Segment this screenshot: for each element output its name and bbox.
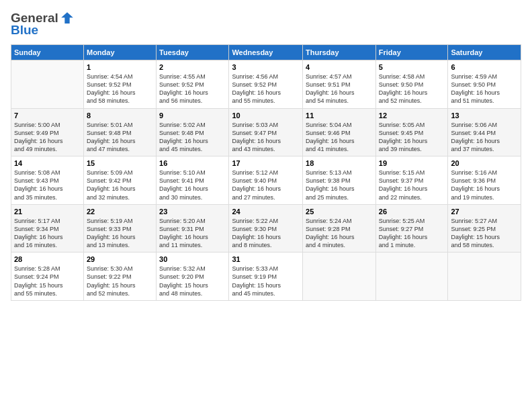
- day-detail: Sunrise: 5:30 AM Sunset: 9:22 PM Dayligh…: [87, 265, 153, 298]
- day-number: 31: [232, 255, 300, 263]
- day-cell: 8Sunrise: 5:01 AM Sunset: 9:48 PM Daylig…: [83, 108, 156, 156]
- day-number: 26: [379, 208, 445, 216]
- svg-marker-0: [61, 12, 73, 24]
- day-detail: Sunrise: 5:15 AM Sunset: 9:37 PM Dayligh…: [379, 169, 445, 201]
- day-number: 20: [451, 159, 518, 167]
- week-row-3: 14Sunrise: 5:08 AM Sunset: 9:43 PM Dayli…: [11, 156, 521, 205]
- day-number: 1: [87, 63, 153, 71]
- day-detail: Sunrise: 5:01 AM Sunset: 9:48 PM Dayligh…: [87, 121, 153, 154]
- day-detail: Sunrise: 5:08 AM Sunset: 9:43 PM Dayligh…: [14, 169, 81, 201]
- day-detail: Sunrise: 5:25 AM Sunset: 9:27 PM Dayligh…: [379, 217, 445, 250]
- day-detail: Sunrise: 5:09 AM Sunset: 9:42 PM Dayligh…: [87, 169, 153, 201]
- day-number: 9: [159, 111, 226, 120]
- col-header-sunday: Sunday: [11, 45, 84, 60]
- day-cell: 26Sunrise: 5:25 AM Sunset: 9:27 PM Dayli…: [375, 204, 448, 253]
- day-cell: 10Sunrise: 5:03 AM Sunset: 9:47 PM Dayli…: [229, 108, 303, 156]
- week-row-2: 7Sunrise: 5:00 AM Sunset: 9:49 PM Daylig…: [11, 108, 521, 156]
- day-detail: Sunrise: 5:16 AM Sunset: 9:36 PM Dayligh…: [451, 169, 518, 201]
- day-number: 10: [232, 111, 300, 120]
- day-detail: Sunrise: 4:58 AM Sunset: 9:50 PM Dayligh…: [379, 73, 445, 105]
- day-number: 7: [14, 111, 81, 120]
- day-detail: Sunrise: 5:27 AM Sunset: 9:25 PM Dayligh…: [451, 217, 518, 250]
- day-cell: [375, 253, 448, 301]
- day-cell: 23Sunrise: 5:20 AM Sunset: 9:31 PM Dayli…: [157, 204, 229, 253]
- col-header-wednesday: Wednesday: [229, 45, 303, 60]
- day-cell: 19Sunrise: 5:15 AM Sunset: 9:37 PM Dayli…: [375, 156, 448, 205]
- day-number: 27: [451, 208, 518, 216]
- day-cell: 25Sunrise: 5:24 AM Sunset: 9:28 PM Dayli…: [303, 204, 376, 253]
- day-detail: Sunrise: 5:20 AM Sunset: 9:31 PM Dayligh…: [159, 217, 226, 250]
- day-number: 4: [306, 63, 373, 71]
- day-number: 11: [306, 111, 373, 120]
- day-cell: 29Sunrise: 5:30 AM Sunset: 9:22 PM Dayli…: [83, 253, 156, 301]
- col-header-thursday: Thursday: [303, 45, 376, 60]
- day-detail: Sunrise: 5:22 AM Sunset: 9:30 PM Dayligh…: [232, 217, 300, 250]
- day-cell: 22Sunrise: 5:19 AM Sunset: 9:33 PM Dayli…: [83, 204, 156, 253]
- day-number: 24: [232, 208, 300, 216]
- day-number: 28: [14, 255, 81, 263]
- col-header-tuesday: Tuesday: [157, 45, 229, 60]
- day-cell: 1Sunrise: 4:54 AM Sunset: 9:52 PM Daylig…: [83, 60, 156, 109]
- day-number: 6: [451, 63, 518, 71]
- day-cell: 6Sunrise: 4:59 AM Sunset: 9:50 PM Daylig…: [448, 60, 521, 109]
- day-number: 3: [232, 63, 300, 71]
- col-header-monday: Monday: [83, 45, 156, 60]
- day-cell: 31Sunrise: 5:33 AM Sunset: 9:19 PM Dayli…: [229, 253, 303, 301]
- day-number: 16: [159, 159, 226, 167]
- day-number: 19: [379, 159, 445, 167]
- day-cell: 28Sunrise: 5:28 AM Sunset: 9:24 PM Dayli…: [11, 253, 84, 301]
- day-cell: [11, 60, 84, 109]
- day-number: 23: [159, 208, 226, 216]
- day-number: 15: [87, 159, 153, 167]
- day-cell: 18Sunrise: 5:13 AM Sunset: 9:38 PM Dayli…: [303, 156, 376, 205]
- day-number: 17: [232, 159, 300, 167]
- day-detail: Sunrise: 5:00 AM Sunset: 9:49 PM Dayligh…: [14, 121, 81, 154]
- day-cell: 24Sunrise: 5:22 AM Sunset: 9:30 PM Dayli…: [229, 204, 303, 253]
- day-detail: Sunrise: 5:10 AM Sunset: 9:41 PM Dayligh…: [159, 169, 226, 201]
- day-number: 29: [87, 255, 153, 263]
- week-row-1: 1Sunrise: 4:54 AM Sunset: 9:52 PM Daylig…: [11, 60, 521, 109]
- week-row-5: 28Sunrise: 5:28 AM Sunset: 9:24 PM Dayli…: [11, 253, 521, 301]
- day-detail: Sunrise: 4:59 AM Sunset: 9:50 PM Dayligh…: [451, 73, 518, 105]
- day-number: 8: [87, 111, 153, 120]
- day-detail: Sunrise: 5:02 AM Sunset: 9:48 PM Dayligh…: [159, 121, 226, 154]
- day-cell: 16Sunrise: 5:10 AM Sunset: 9:41 PM Dayli…: [157, 156, 229, 205]
- day-detail: Sunrise: 4:54 AM Sunset: 9:52 PM Dayligh…: [87, 73, 153, 105]
- day-cell: 14Sunrise: 5:08 AM Sunset: 9:43 PM Dayli…: [11, 156, 84, 205]
- day-cell: 17Sunrise: 5:12 AM Sunset: 9:40 PM Dayli…: [229, 156, 303, 205]
- day-number: 12: [379, 111, 445, 120]
- day-cell: 15Sunrise: 5:09 AM Sunset: 9:42 PM Dayli…: [83, 156, 156, 205]
- day-number: 25: [306, 208, 373, 216]
- day-cell: 5Sunrise: 4:58 AM Sunset: 9:50 PM Daylig…: [375, 60, 448, 109]
- day-number: 18: [306, 159, 373, 167]
- day-detail: Sunrise: 5:32 AM Sunset: 9:20 PM Dayligh…: [159, 265, 226, 298]
- day-detail: Sunrise: 5:13 AM Sunset: 9:38 PM Dayligh…: [306, 169, 373, 201]
- col-header-saturday: Saturday: [448, 45, 521, 60]
- calendar-table: SundayMondayTuesdayWednesdayThursdayFrid…: [11, 44, 521, 301]
- day-detail: Sunrise: 5:19 AM Sunset: 9:33 PM Dayligh…: [87, 217, 153, 250]
- day-detail: Sunrise: 5:06 AM Sunset: 9:44 PM Dayligh…: [451, 121, 518, 154]
- logo-icon: [60, 11, 75, 26]
- calendar-header-row: SundayMondayTuesdayWednesdayThursdayFrid…: [11, 45, 521, 60]
- page: General Blue SundayMondayTuesdayWednesda…: [0, 0, 532, 411]
- day-detail: Sunrise: 5:17 AM Sunset: 9:34 PM Dayligh…: [14, 217, 81, 250]
- day-cell: 21Sunrise: 5:17 AM Sunset: 9:34 PM Dayli…: [11, 204, 84, 253]
- day-detail: Sunrise: 5:33 AM Sunset: 9:19 PM Dayligh…: [232, 265, 300, 298]
- day-number: 5: [379, 63, 445, 71]
- day-detail: Sunrise: 4:56 AM Sunset: 9:52 PM Dayligh…: [232, 73, 300, 105]
- day-detail: Sunrise: 5:12 AM Sunset: 9:40 PM Dayligh…: [232, 169, 300, 201]
- day-detail: Sunrise: 5:04 AM Sunset: 9:46 PM Dayligh…: [306, 121, 373, 154]
- day-cell: 9Sunrise: 5:02 AM Sunset: 9:48 PM Daylig…: [157, 108, 229, 156]
- col-header-friday: Friday: [375, 45, 448, 60]
- day-cell: 27Sunrise: 5:27 AM Sunset: 9:25 PM Dayli…: [448, 204, 521, 253]
- logo: General Blue: [11, 11, 75, 38]
- day-cell: 13Sunrise: 5:06 AM Sunset: 9:44 PM Dayli…: [448, 108, 521, 156]
- day-number: 21: [14, 208, 81, 216]
- day-cell: [303, 253, 376, 301]
- week-row-4: 21Sunrise: 5:17 AM Sunset: 9:34 PM Dayli…: [11, 204, 521, 253]
- day-cell: 12Sunrise: 5:05 AM Sunset: 9:45 PM Dayli…: [375, 108, 448, 156]
- day-number: 30: [159, 255, 226, 263]
- day-cell: 7Sunrise: 5:00 AM Sunset: 9:49 PM Daylig…: [11, 108, 84, 156]
- day-number: 14: [14, 159, 81, 167]
- day-number: 22: [87, 208, 153, 216]
